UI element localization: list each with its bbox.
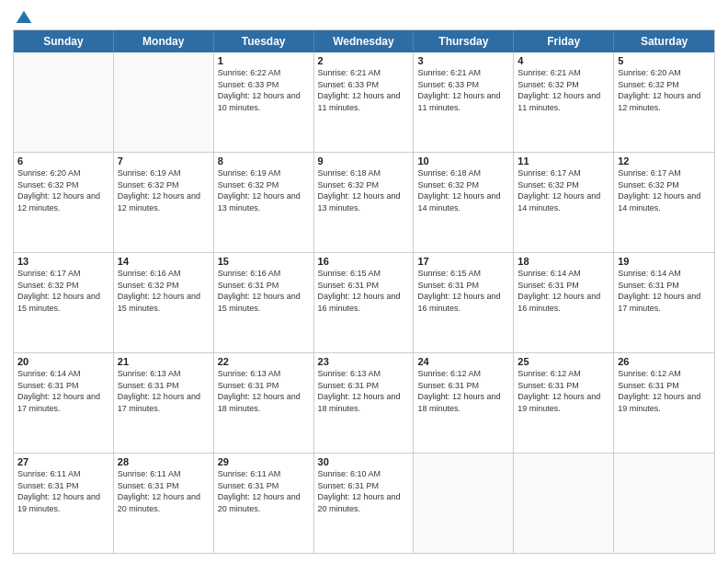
calendar-cell: 23Sunrise: 6:13 AM Sunset: 6:31 PM Dayli… (314, 353, 415, 453)
calendar-cell (14, 52, 114, 152)
day-info: Sunrise: 6:21 AM Sunset: 6:32 PM Dayligh… (518, 67, 609, 113)
day-number: 2 (318, 55, 410, 66)
day-number: 24 (417, 356, 509, 367)
calendar-cell: 3Sunrise: 6:21 AM Sunset: 6:33 PM Daylig… (414, 52, 514, 152)
day-number: 15 (218, 256, 310, 267)
day-info: Sunrise: 6:17 AM Sunset: 6:32 PM Dayligh… (518, 167, 609, 213)
day-number: 22 (218, 356, 310, 367)
calendar-cell: 30Sunrise: 6:10 AM Sunset: 6:31 PM Dayli… (314, 454, 415, 553)
day-info: Sunrise: 6:21 AM Sunset: 6:33 PM Dayligh… (318, 67, 410, 113)
calendar-cell: 22Sunrise: 6:13 AM Sunset: 6:31 PM Dayli… (214, 353, 314, 453)
cal-header-day: Wednesday (314, 30, 415, 52)
day-info: Sunrise: 6:12 AM Sunset: 6:31 PM Dayligh… (618, 368, 711, 414)
day-number: 10 (417, 155, 509, 167)
calendar-cell: 14Sunrise: 6:16 AM Sunset: 6:32 PM Dayli… (114, 253, 214, 352)
calendar-cell: 21Sunrise: 6:13 AM Sunset: 6:31 PM Dayli… (114, 353, 214, 453)
day-number: 28 (118, 456, 210, 467)
day-number: 1 (218, 55, 310, 66)
day-number: 17 (417, 256, 509, 267)
calendar-week-row: 1Sunrise: 6:22 AM Sunset: 6:33 PM Daylig… (14, 52, 714, 152)
calendar-cell: 7Sunrise: 6:19 AM Sunset: 6:32 PM Daylig… (114, 153, 214, 252)
calendar-cell: 4Sunrise: 6:21 AM Sunset: 6:32 PM Daylig… (514, 52, 614, 152)
calendar-cell: 10Sunrise: 6:18 AM Sunset: 6:32 PM Dayli… (414, 153, 514, 252)
calendar-cell: 12Sunrise: 6:17 AM Sunset: 6:32 PM Dayli… (614, 153, 714, 252)
page: SundayMondayTuesdayWednesdayThursdayFrid… (0, 0, 728, 563)
day-info: Sunrise: 6:20 AM Sunset: 6:32 PM Dayligh… (17, 167, 109, 213)
day-number: 3 (417, 55, 509, 66)
day-info: Sunrise: 6:14 AM Sunset: 6:31 PM Dayligh… (17, 368, 109, 414)
day-info: Sunrise: 6:11 AM Sunset: 6:31 PM Dayligh… (218, 468, 310, 514)
day-number: 21 (118, 356, 210, 367)
day-info: Sunrise: 6:13 AM Sunset: 6:31 PM Dayligh… (118, 368, 210, 414)
day-info: Sunrise: 6:14 AM Sunset: 6:31 PM Dayligh… (518, 268, 609, 314)
day-number: 11 (518, 155, 609, 167)
day-info: Sunrise: 6:14 AM Sunset: 6:31 PM Dayligh… (618, 268, 711, 314)
day-info: Sunrise: 6:16 AM Sunset: 6:31 PM Dayligh… (218, 268, 310, 314)
calendar-cell (614, 454, 714, 553)
day-info: Sunrise: 6:21 AM Sunset: 6:33 PM Dayligh… (417, 67, 509, 113)
day-info: Sunrise: 6:10 AM Sunset: 6:31 PM Dayligh… (318, 468, 410, 514)
logo-icon (15, 9, 33, 28)
day-number: 23 (318, 356, 410, 367)
day-info: Sunrise: 6:12 AM Sunset: 6:31 PM Dayligh… (518, 368, 609, 414)
day-info: Sunrise: 6:22 AM Sunset: 6:33 PM Dayligh… (218, 67, 310, 113)
calendar-cell (414, 454, 514, 553)
calendar: SundayMondayTuesdayWednesdayThursdayFrid… (13, 29, 715, 554)
calendar-cell: 6Sunrise: 6:20 AM Sunset: 6:32 PM Daylig… (14, 153, 114, 252)
cal-header-day: Saturday (614, 30, 714, 52)
calendar-cell: 28Sunrise: 6:11 AM Sunset: 6:31 PM Dayli… (114, 454, 214, 553)
day-number: 13 (17, 256, 109, 267)
day-info: Sunrise: 6:18 AM Sunset: 6:32 PM Dayligh… (417, 167, 509, 213)
cal-header-day: Sunday (14, 30, 114, 52)
day-info: Sunrise: 6:15 AM Sunset: 6:31 PM Dayligh… (318, 268, 410, 314)
day-number: 27 (17, 456, 109, 467)
calendar-cell: 25Sunrise: 6:12 AM Sunset: 6:31 PM Dayli… (514, 353, 614, 453)
day-info: Sunrise: 6:17 AM Sunset: 6:32 PM Dayligh… (17, 268, 109, 314)
day-number: 26 (618, 356, 711, 367)
day-number: 5 (618, 55, 711, 66)
cal-header-day: Monday (114, 30, 214, 52)
day-info: Sunrise: 6:19 AM Sunset: 6:32 PM Dayligh… (218, 167, 310, 213)
day-info: Sunrise: 6:11 AM Sunset: 6:31 PM Dayligh… (17, 468, 109, 514)
day-info: Sunrise: 6:20 AM Sunset: 6:32 PM Dayligh… (618, 67, 711, 113)
calendar-cell (114, 52, 214, 152)
day-number: 6 (17, 155, 109, 167)
day-number: 14 (118, 256, 210, 267)
calendar-cell: 24Sunrise: 6:12 AM Sunset: 6:31 PM Dayli… (414, 353, 514, 453)
calendar-cell: 18Sunrise: 6:14 AM Sunset: 6:31 PM Dayli… (514, 253, 614, 352)
calendar-cell: 17Sunrise: 6:15 AM Sunset: 6:31 PM Dayli… (414, 253, 514, 352)
day-number: 12 (618, 155, 711, 167)
day-info: Sunrise: 6:15 AM Sunset: 6:31 PM Dayligh… (417, 268, 509, 314)
day-number: 16 (318, 256, 410, 267)
calendar-cell: 1Sunrise: 6:22 AM Sunset: 6:33 PM Daylig… (214, 52, 314, 152)
calendar-body: 1Sunrise: 6:22 AM Sunset: 6:33 PM Daylig… (14, 52, 714, 553)
logo (13, 9, 33, 24)
calendar-header: SundayMondayTuesdayWednesdayThursdayFrid… (14, 30, 714, 52)
calendar-cell: 29Sunrise: 6:11 AM Sunset: 6:31 PM Dayli… (214, 454, 314, 553)
day-info: Sunrise: 6:18 AM Sunset: 6:32 PM Dayligh… (318, 167, 410, 213)
cal-header-day: Thursday (414, 30, 514, 52)
calendar-cell: 11Sunrise: 6:17 AM Sunset: 6:32 PM Dayli… (514, 153, 614, 252)
day-number: 19 (618, 256, 711, 267)
day-info: Sunrise: 6:13 AM Sunset: 6:31 PM Dayligh… (218, 368, 310, 414)
calendar-cell: 19Sunrise: 6:14 AM Sunset: 6:31 PM Dayli… (614, 253, 714, 352)
day-number: 30 (318, 456, 410, 467)
calendar-cell: 20Sunrise: 6:14 AM Sunset: 6:31 PM Dayli… (14, 353, 114, 453)
cal-header-day: Friday (514, 30, 614, 52)
header (13, 9, 715, 24)
cal-header-day: Tuesday (214, 30, 314, 52)
calendar-cell: 5Sunrise: 6:20 AM Sunset: 6:32 PM Daylig… (614, 52, 714, 152)
day-number: 25 (518, 356, 609, 367)
calendar-cell: 13Sunrise: 6:17 AM Sunset: 6:32 PM Dayli… (14, 253, 114, 352)
calendar-cell: 16Sunrise: 6:15 AM Sunset: 6:31 PM Dayli… (314, 253, 415, 352)
calendar-cell: 2Sunrise: 6:21 AM Sunset: 6:33 PM Daylig… (314, 52, 415, 152)
calendar-cell: 15Sunrise: 6:16 AM Sunset: 6:31 PM Dayli… (214, 253, 314, 352)
calendar-cell: 9Sunrise: 6:18 AM Sunset: 6:32 PM Daylig… (314, 153, 415, 252)
day-info: Sunrise: 6:12 AM Sunset: 6:31 PM Dayligh… (417, 368, 509, 414)
day-number: 8 (218, 155, 310, 167)
day-number: 4 (518, 55, 609, 66)
calendar-cell: 8Sunrise: 6:19 AM Sunset: 6:32 PM Daylig… (214, 153, 314, 252)
calendar-week-row: 20Sunrise: 6:14 AM Sunset: 6:31 PM Dayli… (14, 352, 714, 453)
calendar-week-row: 6Sunrise: 6:20 AM Sunset: 6:32 PM Daylig… (14, 152, 714, 252)
day-number: 18 (518, 256, 609, 267)
